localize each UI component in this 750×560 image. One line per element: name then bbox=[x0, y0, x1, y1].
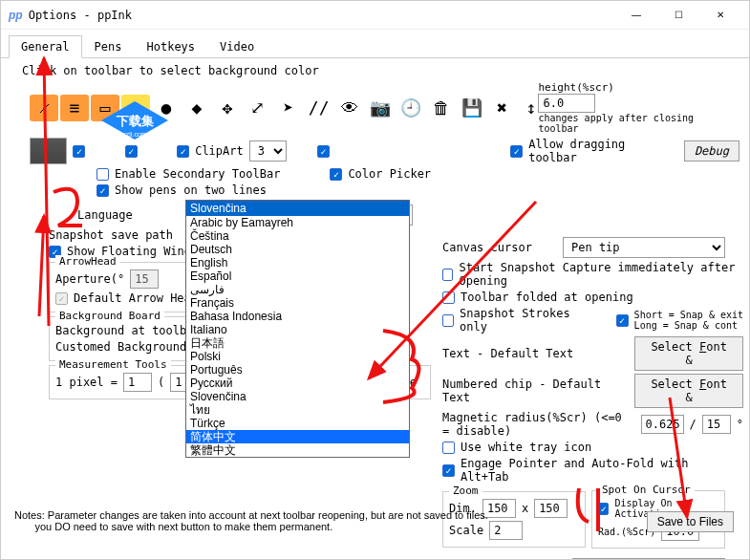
zoom-legend: Zoom bbox=[449, 485, 482, 497]
secondary-label: Enable Secondary ToolBar bbox=[115, 167, 280, 181]
save-to-files-button[interactable]: Save to Files bbox=[647, 511, 734, 532]
clipart-count[interactable]: 3 bbox=[249, 140, 288, 162]
lang-option[interactable]: Polski bbox=[186, 350, 409, 363]
num-label: Numbered chip - Default Text bbox=[442, 377, 629, 404]
clip-icon[interactable]: ▭ bbox=[91, 95, 119, 121]
cb-tray[interactable] bbox=[442, 442, 455, 454]
pen-sample-icon[interactable] bbox=[30, 138, 67, 164]
lang-option[interactable]: Arabic by Eamayreh bbox=[186, 216, 409, 229]
window-title: Options - ppInk bbox=[29, 9, 615, 22]
select-font-text[interactable]: Select Font & bbox=[634, 336, 743, 371]
aperture-label: Aperture(° bbox=[55, 272, 124, 286]
lang-option[interactable]: 日本語 bbox=[186, 336, 409, 350]
resize-icon[interactable]: ⤢ bbox=[244, 95, 272, 121]
lang-option[interactable]: Italiano bbox=[186, 323, 409, 336]
lang-option[interactable]: ไทย bbox=[186, 403, 409, 417]
snap-path-label: Snapshot save path bbox=[49, 228, 173, 242]
cb-startcap[interactable] bbox=[442, 269, 453, 281]
language-dropdown[interactable]: Slovenčina Arabic by EamayrehČeštinaDeut… bbox=[185, 200, 410, 458]
folded-label: Toolbar folded at opening bbox=[461, 291, 633, 304]
bg-color-hint: Click on toolbar to select background co… bbox=[22, 64, 739, 77]
cursor-select[interactable]: Pen tip bbox=[563, 237, 725, 258]
sort-icon[interactable]: ≡ bbox=[60, 95, 89, 121]
engage-label: Engage Pointer and Auto-Fold with Alt+Ta… bbox=[461, 457, 743, 484]
cb1[interactable]: ✓ bbox=[73, 145, 85, 158]
cursor-icon[interactable]: ➤ bbox=[274, 95, 303, 121]
tab-hotkeys[interactable]: Hotkeys bbox=[134, 35, 207, 58]
strokes-label: Snapshot Strokes only bbox=[460, 307, 593, 334]
cb2[interactable]: ✓ bbox=[125, 145, 138, 158]
close-button[interactable]: ✕ bbox=[699, 2, 741, 29]
cb-engage[interactable]: ✓ bbox=[442, 464, 455, 477]
tab-pens[interactable]: Pens bbox=[82, 35, 135, 58]
lang-option[interactable]: 简体中文 bbox=[186, 430, 409, 443]
line-icon[interactable]: ⟋ bbox=[30, 95, 58, 121]
startcap-label: Start Snapshot Capture immediately after… bbox=[459, 261, 743, 288]
aperture-input bbox=[130, 269, 159, 289]
parallel-icon[interactable]: // bbox=[305, 95, 333, 121]
lang-option[interactable]: Deutsch bbox=[186, 243, 409, 256]
tab-general[interactable]: General bbox=[9, 35, 82, 58]
cb-default-arrow: ✓ bbox=[55, 292, 68, 305]
lang-option[interactable]: Português bbox=[186, 363, 409, 377]
select-font-num[interactable]: Select Font & bbox=[634, 374, 743, 408]
save-icon[interactable]: 💾 bbox=[458, 95, 486, 121]
lang-option[interactable]: Русский bbox=[186, 377, 409, 390]
cb-allowdrag[interactable]: ✓ bbox=[510, 145, 523, 158]
lang-option[interactable]: Čeština bbox=[186, 229, 409, 243]
colorpicker-label: Color Picker bbox=[348, 167, 431, 181]
lang-option[interactable]: Español bbox=[186, 269, 409, 283]
lang-option[interactable]: Türkçe bbox=[186, 417, 409, 430]
cb-strokes[interactable] bbox=[442, 314, 454, 327]
cb-colorpicker[interactable]: ✓ bbox=[330, 168, 342, 181]
cb-secondary[interactable] bbox=[96, 168, 109, 181]
default-arrow-label: Default Arrow Head bbox=[74, 291, 198, 305]
cb3[interactable]: ✓ bbox=[177, 145, 189, 158]
height-input[interactable] bbox=[538, 94, 595, 113]
lang-option[interactable]: Français bbox=[186, 296, 409, 310]
notes-text: Notes: Parameter changes are taken into … bbox=[14, 509, 736, 532]
lang-option[interactable]: Slovenčina bbox=[186, 390, 409, 403]
camera-icon[interactable]: 📷 bbox=[366, 95, 395, 121]
bgboard-legend: Background Board bbox=[55, 310, 164, 322]
height-arrows-icon: ↕ bbox=[526, 97, 537, 118]
debug-button[interactable]: Debug bbox=[684, 140, 739, 162]
move-icon[interactable]: ✥ bbox=[213, 95, 242, 121]
x-icon[interactable]: ✖ bbox=[488, 95, 517, 121]
mag-label: Magnetic radius(%Scr) (<=0 = disable) bbox=[442, 411, 635, 438]
cb-folded[interactable] bbox=[442, 291, 455, 304]
lang-option[interactable]: Bahasa Indonesia bbox=[186, 310, 409, 323]
px-val[interactable] bbox=[123, 373, 152, 392]
lang-option[interactable]: English bbox=[186, 256, 409, 269]
face-icon[interactable]: ☺ bbox=[121, 95, 150, 121]
app-icon: pp bbox=[9, 9, 23, 22]
toolbar: ⟋ ≡ ▭ ☺ ● ◆ ✥ ⤢ ➤ // 👁 📷 🕘 🗑 💾 ✖ ↕ heigh… bbox=[30, 81, 739, 134]
minimize-button[interactable]: — bbox=[615, 2, 657, 29]
tab-video[interactable]: Video bbox=[207, 35, 267, 58]
maximize-button[interactable]: ☐ bbox=[657, 2, 699, 29]
mag1[interactable] bbox=[641, 415, 684, 434]
lang-option[interactable]: فارسی bbox=[186, 283, 409, 296]
cb-twolines[interactable]: ✓ bbox=[96, 184, 109, 197]
bg-custom: Customed Background bbox=[55, 340, 186, 354]
spot-legend: Spot On Cursor bbox=[598, 484, 695, 496]
mag2[interactable] bbox=[702, 415, 731, 434]
lang-option[interactable]: 繁體中文 bbox=[186, 443, 409, 457]
eraser-icon[interactable]: ◆ bbox=[182, 95, 211, 121]
height-note: changes apply after closing toolbar bbox=[538, 113, 739, 134]
allow-drag-label: Allow dragging toolbar bbox=[528, 138, 678, 164]
dot-icon[interactable]: ● bbox=[152, 95, 181, 121]
meas-legend: Measurement Tools bbox=[55, 358, 171, 371]
px-label: 1 pixel = bbox=[55, 376, 118, 389]
eye-icon[interactable]: 👁 bbox=[335, 95, 364, 121]
short-label: Short = Snap & exit Long = Snap & cont bbox=[634, 310, 743, 331]
twolines-label: Show pens on two lines bbox=[115, 183, 267, 197]
trash-icon[interactable]: 🗑 bbox=[427, 95, 456, 121]
cb-short[interactable]: ✓ bbox=[616, 314, 629, 327]
cursor-label: Canvas cursor bbox=[442, 241, 557, 254]
cb4[interactable]: ✓ bbox=[317, 145, 330, 158]
tray-label: Use white tray icon bbox=[461, 441, 591, 454]
language-label: Language bbox=[77, 208, 182, 222]
lang-selected[interactable]: Slovenčina bbox=[186, 201, 409, 216]
clock-icon[interactable]: 🕘 bbox=[396, 95, 425, 121]
